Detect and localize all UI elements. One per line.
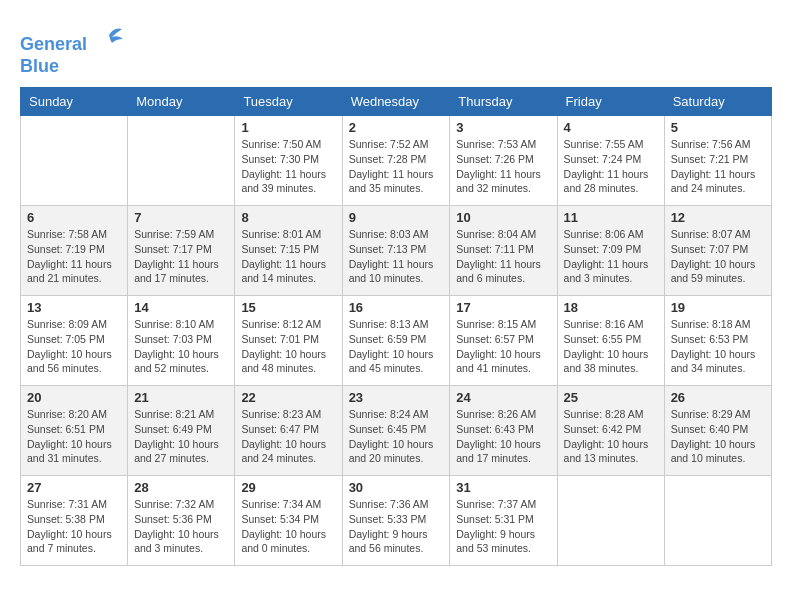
day-info: Sunrise: 7:53 AM Sunset: 7:26 PM Dayligh… [456, 137, 550, 196]
day-info: Sunrise: 8:04 AM Sunset: 7:11 PM Dayligh… [456, 227, 550, 286]
calendar-cell: 20Sunrise: 8:20 AM Sunset: 6:51 PM Dayli… [21, 386, 128, 476]
day-number: 14 [134, 300, 228, 315]
day-info: Sunrise: 7:32 AM Sunset: 5:36 PM Dayligh… [134, 497, 228, 556]
logo-text: General [20, 20, 124, 56]
logo-bird-icon [94, 20, 124, 50]
day-info: Sunrise: 8:13 AM Sunset: 6:59 PM Dayligh… [349, 317, 444, 376]
calendar-cell: 8Sunrise: 8:01 AM Sunset: 7:15 PM Daylig… [235, 206, 342, 296]
day-info: Sunrise: 8:18 AM Sunset: 6:53 PM Dayligh… [671, 317, 765, 376]
calendar-header-tuesday: Tuesday [235, 88, 342, 116]
day-number: 6 [27, 210, 121, 225]
calendar-cell: 27Sunrise: 7:31 AM Sunset: 5:38 PM Dayli… [21, 476, 128, 566]
day-number: 12 [671, 210, 765, 225]
calendar-cell: 6Sunrise: 7:58 AM Sunset: 7:19 PM Daylig… [21, 206, 128, 296]
day-info: Sunrise: 8:12 AM Sunset: 7:01 PM Dayligh… [241, 317, 335, 376]
day-number: 4 [564, 120, 658, 135]
day-info: Sunrise: 7:50 AM Sunset: 7:30 PM Dayligh… [241, 137, 335, 196]
day-info: Sunrise: 7:52 AM Sunset: 7:28 PM Dayligh… [349, 137, 444, 196]
logo: General Blue [20, 20, 124, 77]
calendar-cell: 15Sunrise: 8:12 AM Sunset: 7:01 PM Dayli… [235, 296, 342, 386]
day-info: Sunrise: 8:23 AM Sunset: 6:47 PM Dayligh… [241, 407, 335, 466]
day-info: Sunrise: 7:56 AM Sunset: 7:21 PM Dayligh… [671, 137, 765, 196]
calendar-cell: 10Sunrise: 8:04 AM Sunset: 7:11 PM Dayli… [450, 206, 557, 296]
day-number: 13 [27, 300, 121, 315]
day-info: Sunrise: 7:55 AM Sunset: 7:24 PM Dayligh… [564, 137, 658, 196]
day-info: Sunrise: 7:36 AM Sunset: 5:33 PM Dayligh… [349, 497, 444, 556]
calendar-cell: 4Sunrise: 7:55 AM Sunset: 7:24 PM Daylig… [557, 116, 664, 206]
day-number: 3 [456, 120, 550, 135]
day-number: 20 [27, 390, 121, 405]
day-number: 9 [349, 210, 444, 225]
day-number: 11 [564, 210, 658, 225]
day-info: Sunrise: 8:06 AM Sunset: 7:09 PM Dayligh… [564, 227, 658, 286]
calendar-header-monday: Monday [128, 88, 235, 116]
calendar-cell: 9Sunrise: 8:03 AM Sunset: 7:13 PM Daylig… [342, 206, 450, 296]
calendar-cell: 23Sunrise: 8:24 AM Sunset: 6:45 PM Dayli… [342, 386, 450, 476]
day-number: 16 [349, 300, 444, 315]
day-info: Sunrise: 8:16 AM Sunset: 6:55 PM Dayligh… [564, 317, 658, 376]
day-info: Sunrise: 8:03 AM Sunset: 7:13 PM Dayligh… [349, 227, 444, 286]
day-number: 30 [349, 480, 444, 495]
calendar-cell: 29Sunrise: 7:34 AM Sunset: 5:34 PM Dayli… [235, 476, 342, 566]
day-number: 31 [456, 480, 550, 495]
calendar-cell: 31Sunrise: 7:37 AM Sunset: 5:31 PM Dayli… [450, 476, 557, 566]
logo-general: General [20, 34, 87, 54]
day-info: Sunrise: 8:28 AM Sunset: 6:42 PM Dayligh… [564, 407, 658, 466]
calendar-cell: 14Sunrise: 8:10 AM Sunset: 7:03 PM Dayli… [128, 296, 235, 386]
day-number: 27 [27, 480, 121, 495]
day-info: Sunrise: 8:26 AM Sunset: 6:43 PM Dayligh… [456, 407, 550, 466]
logo-blue: Blue [20, 56, 124, 78]
day-info: Sunrise: 8:24 AM Sunset: 6:45 PM Dayligh… [349, 407, 444, 466]
day-number: 29 [241, 480, 335, 495]
day-number: 24 [456, 390, 550, 405]
calendar-cell: 26Sunrise: 8:29 AM Sunset: 6:40 PM Dayli… [664, 386, 771, 476]
calendar-cell: 2Sunrise: 7:52 AM Sunset: 7:28 PM Daylig… [342, 116, 450, 206]
day-number: 15 [241, 300, 335, 315]
calendar-cell: 25Sunrise: 8:28 AM Sunset: 6:42 PM Dayli… [557, 386, 664, 476]
day-info: Sunrise: 7:37 AM Sunset: 5:31 PM Dayligh… [456, 497, 550, 556]
day-info: Sunrise: 8:01 AM Sunset: 7:15 PM Dayligh… [241, 227, 335, 286]
calendar-cell: 30Sunrise: 7:36 AM Sunset: 5:33 PM Dayli… [342, 476, 450, 566]
day-number: 25 [564, 390, 658, 405]
calendar-header-thursday: Thursday [450, 88, 557, 116]
day-info: Sunrise: 8:29 AM Sunset: 6:40 PM Dayligh… [671, 407, 765, 466]
calendar-header-wednesday: Wednesday [342, 88, 450, 116]
day-info: Sunrise: 7:58 AM Sunset: 7:19 PM Dayligh… [27, 227, 121, 286]
day-number: 8 [241, 210, 335, 225]
calendar-cell: 13Sunrise: 8:09 AM Sunset: 7:05 PM Dayli… [21, 296, 128, 386]
calendar-header-friday: Friday [557, 88, 664, 116]
calendar-cell: 7Sunrise: 7:59 AM Sunset: 7:17 PM Daylig… [128, 206, 235, 296]
day-number: 18 [564, 300, 658, 315]
calendar-header-sunday: Sunday [21, 88, 128, 116]
calendar-cell: 16Sunrise: 8:13 AM Sunset: 6:59 PM Dayli… [342, 296, 450, 386]
calendar-cell: 19Sunrise: 8:18 AM Sunset: 6:53 PM Dayli… [664, 296, 771, 386]
calendar-cell: 21Sunrise: 8:21 AM Sunset: 6:49 PM Dayli… [128, 386, 235, 476]
day-info: Sunrise: 7:31 AM Sunset: 5:38 PM Dayligh… [27, 497, 121, 556]
calendar-cell [128, 116, 235, 206]
day-info: Sunrise: 7:59 AM Sunset: 7:17 PM Dayligh… [134, 227, 228, 286]
calendar-table: SundayMondayTuesdayWednesdayThursdayFrid… [20, 87, 772, 566]
day-info: Sunrise: 8:21 AM Sunset: 6:49 PM Dayligh… [134, 407, 228, 466]
calendar-cell: 3Sunrise: 7:53 AM Sunset: 7:26 PM Daylig… [450, 116, 557, 206]
calendar-cell: 11Sunrise: 8:06 AM Sunset: 7:09 PM Dayli… [557, 206, 664, 296]
calendar-cell: 5Sunrise: 7:56 AM Sunset: 7:21 PM Daylig… [664, 116, 771, 206]
day-number: 17 [456, 300, 550, 315]
day-info: Sunrise: 8:20 AM Sunset: 6:51 PM Dayligh… [27, 407, 121, 466]
calendar-cell [21, 116, 128, 206]
day-number: 19 [671, 300, 765, 315]
calendar-cell [557, 476, 664, 566]
day-number: 10 [456, 210, 550, 225]
day-number: 5 [671, 120, 765, 135]
calendar-cell [664, 476, 771, 566]
day-number: 23 [349, 390, 444, 405]
calendar-cell: 12Sunrise: 8:07 AM Sunset: 7:07 PM Dayli… [664, 206, 771, 296]
day-number: 22 [241, 390, 335, 405]
calendar-cell: 28Sunrise: 7:32 AM Sunset: 5:36 PM Dayli… [128, 476, 235, 566]
day-number: 26 [671, 390, 765, 405]
page-header: General Blue [20, 20, 772, 77]
calendar-header-saturday: Saturday [664, 88, 771, 116]
day-number: 7 [134, 210, 228, 225]
calendar-cell: 1Sunrise: 7:50 AM Sunset: 7:30 PM Daylig… [235, 116, 342, 206]
day-info: Sunrise: 8:07 AM Sunset: 7:07 PM Dayligh… [671, 227, 765, 286]
day-info: Sunrise: 8:15 AM Sunset: 6:57 PM Dayligh… [456, 317, 550, 376]
